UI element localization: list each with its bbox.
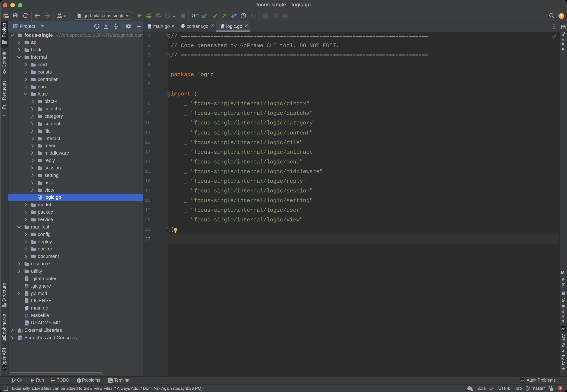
svg-text:M: M xyxy=(25,313,29,318)
svg-text:/API: /API xyxy=(520,379,524,382)
svg-text:MD: MD xyxy=(25,323,28,325)
svg-text:/API: /API xyxy=(561,328,565,330)
svg-text:?: ? xyxy=(468,386,470,389)
svg-text:/API: /API xyxy=(2,367,6,369)
